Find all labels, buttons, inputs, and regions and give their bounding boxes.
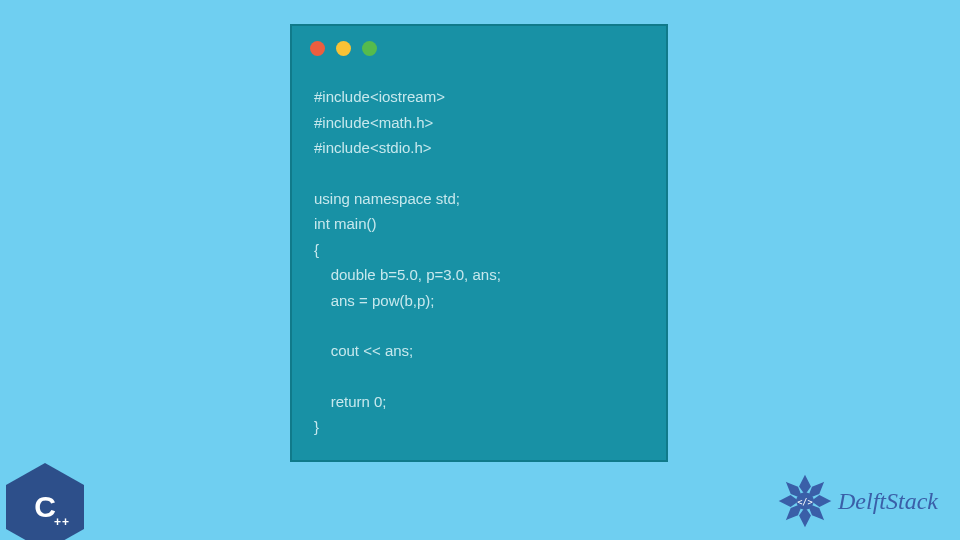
code-line: #include<math.h> (314, 110, 644, 136)
lotus-icon: </> (776, 472, 834, 530)
cpp-letter: C (34, 490, 56, 524)
code-line: using namespace std; (314, 186, 644, 212)
code-window: #include<iostream> #include<math.h> #inc… (290, 24, 668, 462)
close-icon (310, 41, 325, 56)
blank-line (314, 161, 644, 186)
delftstack-logo: </> DelftStack (776, 472, 938, 530)
code-line: ans = pow(b,p); (314, 288, 644, 314)
code-line: #include<stdio.h> (314, 135, 644, 161)
hexagon-icon: C ++ (6, 463, 84, 540)
code-line: cout << ans; (314, 338, 644, 364)
code-content: #include<iostream> #include<math.h> #inc… (292, 56, 666, 440)
minimize-icon (336, 41, 351, 56)
cpp-logo: C ++ (6, 463, 94, 540)
code-line: int main() (314, 211, 644, 237)
code-line: } (314, 414, 644, 440)
window-controls (292, 26, 666, 56)
code-line: return 0; (314, 389, 644, 415)
svg-text:</>: </> (797, 497, 813, 507)
maximize-icon (362, 41, 377, 56)
delftstack-text: DelftStack (838, 488, 938, 515)
code-line: #include<iostream> (314, 84, 644, 110)
blank-line (314, 313, 644, 338)
code-line: double b=5.0, p=3.0, ans; (314, 262, 644, 288)
blank-line (314, 364, 644, 389)
cpp-plus: ++ (54, 515, 70, 529)
code-line: { (314, 237, 644, 263)
